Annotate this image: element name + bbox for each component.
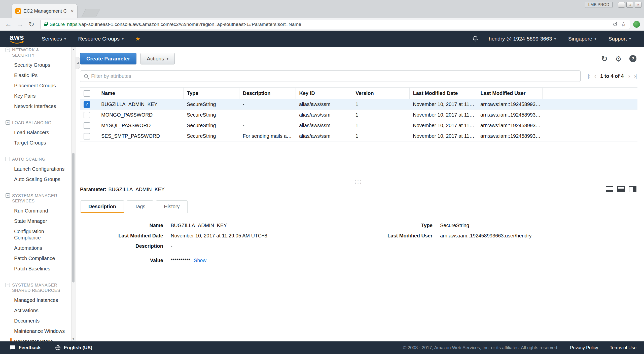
help-icon[interactable]: ? — [629, 55, 636, 62]
column-header-last-modified-user[interactable]: Last Modified User — [477, 88, 542, 99]
column-header-key-id[interactable]: Key ID — [296, 88, 352, 99]
close-window-button[interactable]: × — [635, 2, 641, 8]
sidebar-collapse-handle[interactable]: ◀ — [76, 57, 80, 69]
minimize-button[interactable]: — — [618, 2, 625, 8]
table-row[interactable]: SES_SMTP_PASSWORD SecureString For sendi… — [80, 131, 637, 141]
show-value-link[interactable]: Show — [194, 258, 206, 263]
row-checkbox[interactable] — [84, 122, 90, 129]
aws-logo[interactable]: aws — [10, 34, 24, 44]
key-icon[interactable] — [612, 20, 620, 28]
column-header-description[interactable]: Description — [239, 88, 296, 99]
collapse-section-icon[interactable]: − — [6, 283, 10, 287]
account-menu[interactable]: hendry @ 1924-5899-3663 ▾ — [483, 31, 562, 47]
column-header-last-modified-date[interactable]: Last Modified Date — [409, 88, 477, 99]
support-menu[interactable]: Support ▾ — [602, 31, 637, 47]
collapse-section-icon[interactable]: − — [6, 48, 10, 52]
filter-input[interactable] — [91, 73, 577, 79]
row-checkbox[interactable] — [84, 133, 90, 139]
notifications-bell-icon[interactable] — [468, 36, 483, 42]
actions-button[interactable]: Actions ▾ — [140, 53, 175, 64]
field-label-description: Description — [95, 243, 163, 249]
sidebar-item[interactable]: Security Groups — [0, 60, 71, 70]
layout-full-detail-icon[interactable] — [617, 186, 625, 192]
detail-panel-resize-handle[interactable]: ••• ••• — [80, 179, 637, 185]
reload-button[interactable]: ↻ — [27, 20, 36, 28]
cell-name: BUGZILLA_ADMIN_KEY — [98, 99, 183, 110]
sidebar-item[interactable]: Elastic IPs — [0, 70, 71, 81]
sidebar-item[interactable]: Network Interfaces — [0, 101, 71, 112]
column-header-name[interactable]: Name — [98, 88, 183, 99]
sidebar-item-parameter-store[interactable]: Parameter Store — [0, 336, 71, 341]
region-menu[interactable]: Singapore ▾ — [562, 31, 602, 47]
tab-close-icon[interactable]: × — [71, 8, 74, 14]
prev-page-button[interactable]: ‹ — [594, 73, 596, 80]
filter-box[interactable] — [80, 70, 581, 82]
tab-description[interactable]: Description — [81, 200, 124, 213]
privacy-policy-link[interactable]: Privacy Policy — [570, 345, 598, 350]
first-page-button[interactable]: |‹ — [588, 73, 590, 80]
table-row[interactable]: MONGO_PASSWORD SecureString - alias/aws/… — [80, 110, 637, 120]
services-menu[interactable]: Services ▾ — [36, 31, 72, 47]
terms-of-use-link[interactable]: Terms of Use — [610, 345, 636, 350]
collapse-section-icon[interactable]: − — [6, 193, 10, 198]
sidebar-item[interactable]: Patch Compliance — [0, 253, 71, 264]
row-checkbox[interactable] — [84, 112, 90, 118]
browser-tab[interactable]: EC2 Management C × — [12, 4, 78, 18]
sidebar-item[interactable]: Activations — [0, 305, 71, 316]
column-header-type[interactable]: Type — [183, 88, 239, 99]
sidebar-item[interactable]: Documents — [0, 316, 71, 326]
language-selector[interactable]: English (US) — [55, 345, 92, 351]
select-all-checkbox[interactable] — [84, 90, 90, 97]
last-page-button[interactable]: ›| — [634, 73, 636, 80]
scroll-up-icon[interactable]: ▲ — [72, 48, 75, 51]
back-button[interactable]: ← — [4, 20, 13, 28]
section-title: AUTO SCALING — [12, 157, 45, 162]
sidebar-scrollbar[interactable]: ▲ ▼ — [71, 47, 75, 341]
sidebar-item[interactable]: Launch Configurations — [0, 164, 71, 174]
tab-tags[interactable]: Tags — [127, 200, 153, 213]
parameter-name: BUGZILLA_ADMIN_KEY — [109, 187, 165, 192]
sidebar-item[interactable]: Auto Scaling Groups — [0, 174, 71, 185]
sidebar-item[interactable]: Managed Instances — [0, 295, 71, 305]
next-page-button[interactable]: › — [628, 73, 630, 80]
sidebar-item[interactable]: Placement Groups — [0, 81, 71, 91]
layout-split-vertical-icon[interactable] — [629, 186, 636, 192]
sidebar-item[interactable]: Automations — [0, 243, 71, 253]
layout-split-horizontal-icon[interactable] — [606, 186, 613, 192]
collapse-section-icon[interactable]: − — [6, 157, 10, 161]
row-checkbox[interactable]: ✓ — [84, 101, 90, 108]
cell-key-id: alias/aws/ssm — [296, 120, 352, 131]
sidebar-item[interactable]: Configuration Compliance — [0, 226, 71, 243]
refresh-icon[interactable]: ↻ — [601, 54, 607, 63]
new-tab-button[interactable] — [81, 9, 100, 17]
chevron-down-icon: ▾ — [594, 37, 596, 41]
column-header-version[interactable]: Version — [352, 88, 409, 99]
extension-icon[interactable] — [633, 21, 640, 28]
secure-label[interactable]: Secure — [50, 22, 65, 27]
forward-button[interactable]: → — [16, 20, 24, 28]
gear-icon[interactable]: ⚙ — [615, 54, 622, 63]
collapse-section-icon[interactable]: − — [6, 120, 10, 125]
sidebar-item[interactable]: Run Command — [0, 206, 71, 216]
sidebar-item[interactable]: Load Balancers — [0, 127, 71, 138]
feedback-button[interactable]: Feedback — [10, 345, 41, 350]
create-parameter-button[interactable]: Create Parameter — [80, 53, 136, 64]
url-scheme: https:// — [67, 22, 81, 27]
sidebar-item[interactable]: Patch Baselines — [0, 264, 71, 274]
sidebar-item[interactable]: Target Groups — [0, 138, 71, 148]
scroll-down-icon[interactable]: ▼ — [72, 337, 75, 340]
address-bar[interactable]: Secure https://ap-southeast-1.console.aw… — [40, 20, 630, 29]
bookmark-star-icon[interactable]: ☆ — [621, 21, 626, 27]
pinned-shortcut-star-icon[interactable]: ★ — [130, 36, 146, 42]
sidebar-item[interactable]: Key Pairs — [0, 91, 71, 101]
sidebar-item[interactable]: Maintenance Windows — [0, 326, 71, 336]
sidebar-item[interactable]: State Manager — [0, 216, 71, 226]
maximize-button[interactable]: □ — [626, 2, 633, 8]
table-row[interactable]: ✓ BUGZILLA_ADMIN_KEY SecureString - alia… — [80, 99, 637, 110]
actions-label: Actions — [147, 56, 164, 62]
url-text[interactable]: https://ap-southeast-1.console.aws.amazo… — [67, 22, 611, 27]
scrollbar-thumb[interactable] — [72, 153, 75, 282]
table-row[interactable]: MYSQL_PASSWORD SecureString - alias/aws/… — [80, 120, 637, 131]
resource-groups-menu[interactable]: Resource Groups ▾ — [72, 31, 130, 47]
tab-history[interactable]: History — [156, 200, 187, 213]
